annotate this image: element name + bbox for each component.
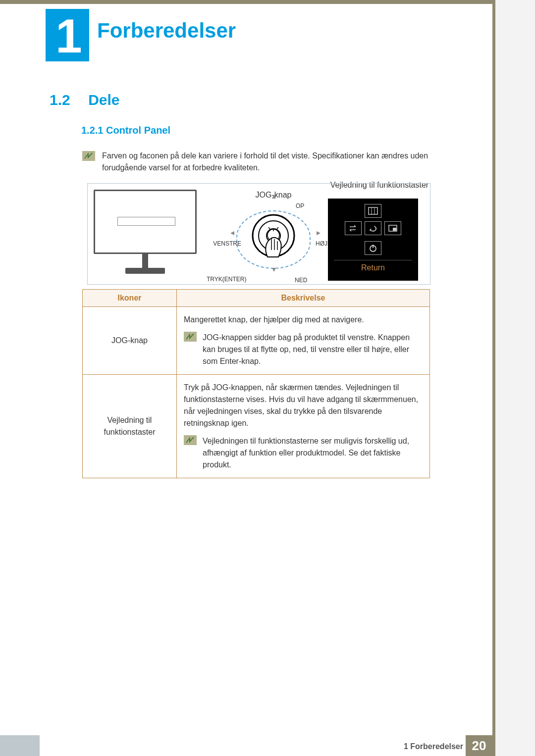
row2-desc-main: Tryk på JOG-knappen, når skærmen tændes.… xyxy=(184,382,423,429)
chapter-title: Forberedelser xyxy=(97,19,236,43)
frame-top-stripe xyxy=(0,0,495,4)
icons-description-table: Ikoner Beskrivelse JOG-knap Mangerettet … xyxy=(82,289,430,478)
chapter-number-badge: 1 xyxy=(46,9,89,61)
osd-power-icon xyxy=(365,241,381,255)
row1-desc-main: Mangerettet knap, der hjælper dig med at… xyxy=(184,314,423,326)
jog-knob-area: OP NED VENSTRE HØJRE xyxy=(216,199,330,275)
chapter-number: 1 xyxy=(46,9,89,63)
press-enter-label: TRYK(ENTER) xyxy=(207,276,246,283)
frame-right-stripe xyxy=(492,0,495,756)
row1-desc-note: JOG-knappen sidder bag på produktet til … xyxy=(203,332,423,367)
info-icon xyxy=(184,332,197,342)
monitor-illustration xyxy=(94,190,197,276)
table-header-icons: Ikoner xyxy=(83,290,177,307)
osd-function-key-guide: Return xyxy=(328,199,418,281)
row2-icon-label: Vejledning til funktionstaster xyxy=(83,375,177,478)
row1-description: Mangerettet knap, der hjælper dig med at… xyxy=(177,307,430,375)
info-note-text: Farven og faconen på dele kan variere i … xyxy=(102,150,439,174)
arrow-left-icon xyxy=(230,231,234,235)
table-row: JOG-knap Mangerettet knap, der hjælper d… xyxy=(83,307,430,375)
control-panel-diagram: JOG-knap OP NED VENSTRE HØJRE TRYK(ENTER… xyxy=(87,183,430,285)
osd-back-icon xyxy=(365,221,381,235)
jog-knob-icon xyxy=(249,213,298,263)
direction-left-label: VENSTRE xyxy=(212,240,241,247)
osd-menu-icon xyxy=(365,204,381,218)
section-number: 1.2 xyxy=(50,92,70,108)
arrow-up-icon xyxy=(272,195,276,199)
direction-down-label: NED xyxy=(295,277,307,284)
direction-up-label: OP xyxy=(296,202,304,209)
svg-rect-8 xyxy=(393,228,396,231)
row2-description: Tryk på JOG-knappen, når skærmen tændes.… xyxy=(177,375,430,478)
table-row: Vejledning til funktionstaster Tryk på J… xyxy=(83,375,430,478)
arrow-right-icon xyxy=(317,231,321,235)
row1-icon-label: JOG-knap xyxy=(83,307,177,375)
footer-left-stripe xyxy=(0,735,40,756)
footer-chapter-label: 1 Forberedelser xyxy=(404,742,463,751)
page-number: 20 xyxy=(466,735,492,756)
frame-right-panel xyxy=(495,0,535,756)
osd-source-icon xyxy=(345,221,362,235)
table-header-description: Beskrivelse xyxy=(177,290,430,307)
section-title: Dele xyxy=(88,92,119,108)
section-heading: 1.2 Dele xyxy=(50,92,120,108)
row2-desc-note: Vejledningen til funktionstasterne ser m… xyxy=(203,435,423,471)
osd-return-label: Return xyxy=(328,260,418,272)
info-icon xyxy=(184,435,197,445)
subsection-heading: 1.2.1 Control Panel xyxy=(81,125,170,136)
svg-rect-4 xyxy=(369,207,377,214)
arrow-down-icon xyxy=(272,268,276,272)
osd-pip-icon xyxy=(384,221,401,235)
info-icon xyxy=(82,151,95,163)
